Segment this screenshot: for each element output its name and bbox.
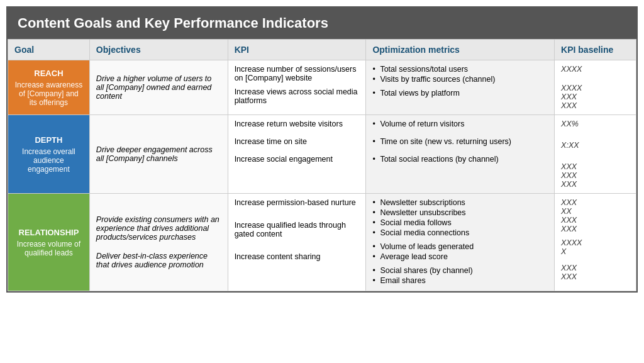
relationship-subtitle: Increase volume of qualified leads xyxy=(14,240,83,257)
depth-metrics: Volume of return visitors Time on site (… xyxy=(366,115,555,194)
reach-title: REACH xyxy=(14,69,83,78)
reach-metric-1-1: Total sessions/total users xyxy=(372,65,548,74)
main-container: Content Goals and Key Performance Indica… xyxy=(6,6,638,293)
reach-kpis: Increase number of sessions/users on [Co… xyxy=(228,60,366,115)
header-baseline: KPI baseline xyxy=(555,40,636,60)
reach-metrics-1: Total sessions/total users Visits by tra… xyxy=(372,65,548,84)
reach-objectives: Drive a higher volume of users to all [C… xyxy=(89,60,228,115)
depth-goal-cell: DEPTH Increase overall audience engageme… xyxy=(8,115,90,194)
reach-metric-1-2: Visits by traffic sources (channel) xyxy=(372,75,548,84)
rel-kpi-3: Increase content sharing xyxy=(235,252,360,261)
reach-row: REACH Increase awareness of [Company] an… xyxy=(8,60,636,115)
depth-kpis: Increase return website visitors Increas… xyxy=(228,115,366,194)
reach-kpi-1-label: Increase number of sessions/users on [Co… xyxy=(235,65,360,82)
depth-baselines: XX% X:XX XXX XXX XXX xyxy=(555,115,636,194)
depth-metrics-3: Total social reactions (by channel) xyxy=(372,155,548,164)
relationship-kpis: Increase permission-based nurture Increa… xyxy=(228,194,366,291)
depth-kpi-1: Increase return website visitors xyxy=(235,120,360,128)
rel-kpi-2: Increase qualified leads through gated c… xyxy=(235,221,360,238)
rel-metrics-1: Newsletter subscriptions Newsletter unsu… xyxy=(372,198,548,237)
reach-baseline-2: XXXX XXX XXX xyxy=(561,84,630,110)
header-objectives: Objectives xyxy=(89,40,228,60)
depth-row: DEPTH Increase overall audience engageme… xyxy=(8,115,636,194)
reach-kpi-1: Increase number of sessions/users on [Co… xyxy=(235,65,360,82)
depth-metrics-1: Volume of return visitors xyxy=(372,120,548,128)
depth-kpi-2: Increase time on site xyxy=(235,137,360,146)
reach-subtitle: Increase awareness of [Company] and its … xyxy=(14,81,83,107)
relationship-obj-2: Deliver best-in-class experience that dr… xyxy=(96,252,221,269)
rel-kpi-1: Increase permission-based nurture xyxy=(235,198,360,207)
depth-objectives: Drive deeper engagement across all [Comp… xyxy=(89,115,228,194)
relationship-title: RELATIONSHIP xyxy=(14,228,83,237)
depth-subtitle: Increase overall audience engagement xyxy=(14,147,83,174)
reach-kpi-2: Increase views across social media platf… xyxy=(235,87,360,105)
reach-baseline-1: XXXX xyxy=(561,65,630,74)
table-wrapper: Goal Objectives KPI Optimization metrics… xyxy=(8,39,636,291)
relationship-objectives: Provide existing consumers with an exper… xyxy=(89,194,228,291)
reach-metrics-2: Total views by platform xyxy=(372,89,548,98)
relationship-row: RELATIONSHIP Increase volume of qualifie… xyxy=(8,194,636,291)
reach-metric-2-1: Total views by platform xyxy=(372,89,548,98)
reach-metrics: Total sessions/total users Visits by tra… xyxy=(366,60,555,115)
header-goal: Goal xyxy=(8,40,90,60)
reach-goal-cell: REACH Increase awareness of [Company] an… xyxy=(8,60,90,115)
page-title: Content Goals and Key Performance Indica… xyxy=(8,8,636,39)
header-kpi: KPI xyxy=(228,40,366,60)
rel-metrics-3: Social shares (by channel) Email shares xyxy=(372,266,548,285)
rel-metrics-2: Volume of leads generated Average lead s… xyxy=(372,242,548,261)
header-optimization: Optimization metrics xyxy=(366,40,555,60)
reach-baselines: XXXX XXXX XXX XXX xyxy=(555,60,636,115)
depth-title: DEPTH xyxy=(14,135,83,145)
depth-metrics-2: Time on site (new vs. returning users) xyxy=(372,137,548,146)
reach-kpi-2-label: Increase views across social media platf… xyxy=(235,87,360,105)
relationship-baselines: XXX XX XXX XXX XXXX X XXX XXX xyxy=(555,194,636,291)
depth-kpi-3: Increase social engagement xyxy=(235,155,360,164)
relationship-goal-cell: RELATIONSHIP Increase volume of qualifie… xyxy=(8,194,90,291)
relationship-metrics: Newsletter subscriptions Newsletter unsu… xyxy=(366,194,555,291)
relationship-obj-1: Provide existing consumers with an exper… xyxy=(96,215,221,242)
kpi-table: Goal Objectives KPI Optimization metrics… xyxy=(8,39,636,291)
